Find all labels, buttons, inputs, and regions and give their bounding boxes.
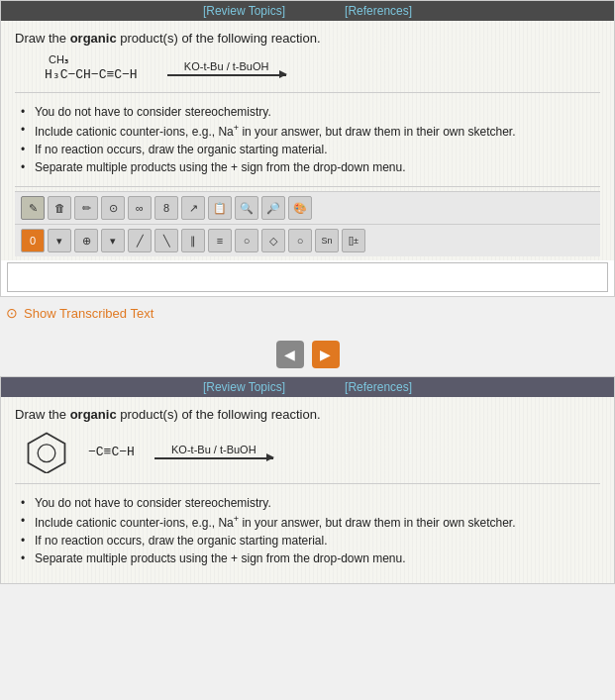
reaction-arrow-bottom xyxy=(154,457,273,459)
toolbar-plus-btn[interactable]: ⊕ xyxy=(74,229,98,252)
toolbar-template-btn[interactable]: 📋 xyxy=(208,196,232,220)
svg-marker-0 xyxy=(29,434,65,473)
toolbar-color-btn[interactable]: 🎨 xyxy=(288,196,312,220)
molecule-top: CH₃ H₃C−CH−C≡C−H xyxy=(45,53,138,82)
reagent-label-bottom: KO-t-Bu / t-BuOH xyxy=(171,444,256,455)
bullet-item-4: Separate multiple products using the + s… xyxy=(21,158,600,176)
bottom-draw-label: Draw the xyxy=(15,407,66,422)
organic-label: organic xyxy=(70,31,117,46)
references-link-top[interactable]: [References] xyxy=(345,4,412,18)
navigation-controls: ◀ ▶ xyxy=(0,329,615,376)
toolbar-dash-btn[interactable]: ∥ xyxy=(181,229,205,252)
divider-toolbar xyxy=(15,186,600,187)
reagent-label-top: KO-t-Bu / t-BuOH xyxy=(184,60,269,72)
panel-content-bottom: Draw the organic product(s) of the follo… xyxy=(1,397,614,583)
toolbar-triple-btn[interactable]: ≡ xyxy=(208,229,232,252)
divider-top xyxy=(15,92,600,93)
toolbar-diamond-btn[interactable]: ◇ xyxy=(261,229,285,252)
question-text: product(s) of the following reaction. xyxy=(120,31,320,46)
toolbar-line-btn[interactable]: ╱ xyxy=(128,229,152,252)
eye-icon: ⊙ xyxy=(6,305,18,321)
molecule-sub-label: CH₃ xyxy=(49,53,138,66)
question-line-bottom: Draw the organic product(s) of the follo… xyxy=(15,407,600,422)
toolbar-zoom-out-btn[interactable]: 🔍 xyxy=(235,196,258,220)
panel-header-top: [Review Topics] [References] xyxy=(1,1,614,21)
toolbar-num-btn[interactable]: 0 xyxy=(21,229,45,252)
panel-header-bottom: [Review Topics] [References] xyxy=(1,377,614,397)
toolbar-arrow-btn[interactable]: ↗ xyxy=(181,196,205,220)
reaction-arrow-top xyxy=(167,74,286,76)
reaction-area-bottom: −C≡C−H KO-t-Bu / t-BuOH xyxy=(25,430,600,473)
bottom-question-text: product(s) of the following reaction. xyxy=(120,407,320,422)
show-transcribed-label: Show Transcribed Text xyxy=(24,306,154,321)
review-topics-link-top[interactable]: [Review Topics] xyxy=(203,4,285,18)
toolbar-row-1: ✎ 🗑 ✏ ⊙ ∞ 8 ↗ 📋 🔍 🔎 🎨 xyxy=(15,191,600,224)
svg-point-1 xyxy=(38,445,55,462)
toolbar-row-2: 0 ▾ ⊕ ▾ ╱ ╲ ∥ ≡ ○ ◇ ○ Sn []± xyxy=(15,224,600,256)
toolbar-ring2-btn[interactable]: ○ xyxy=(288,229,312,252)
bullet-item-1: You do not have to consider stereochemis… xyxy=(21,103,600,121)
arrow-area-top: KO-t-Bu / t-BuOH xyxy=(167,60,286,76)
draw-label: Draw the xyxy=(15,31,66,46)
prev-button[interactable]: ◀ xyxy=(276,341,304,368)
question-line-top: Draw the organic product(s) of the follo… xyxy=(15,31,600,46)
toolbar-plus-dropdown[interactable]: ▾ xyxy=(101,229,125,252)
toolbar-wedge-btn[interactable]: ╲ xyxy=(154,229,178,252)
divider-bottom xyxy=(15,483,600,484)
bottom-bullet-2: Include cationic counter-ions, e.g., Na+… xyxy=(21,512,600,532)
bullet-list-top: You do not have to consider stereochemis… xyxy=(15,97,600,182)
toolbar-eraser-btn[interactable]: 🗑 xyxy=(48,196,71,220)
toolbar-circle-btn[interactable]: ○ xyxy=(235,229,258,252)
bottom-bullet-4: Separate multiple products using the + s… xyxy=(21,550,600,567)
molecule-formula-bottom: −C≡C−H xyxy=(88,445,135,459)
toolbar-chain-btn[interactable]: ∞ xyxy=(128,196,152,220)
review-topics-link-bottom[interactable]: [Review Topics] xyxy=(203,380,285,394)
bottom-question-panel: [Review Topics] [References] Draw the or… xyxy=(0,376,615,584)
arrow-area-bottom: KO-t-Bu / t-BuOH xyxy=(154,444,273,459)
bullet-item-2: Include cationic counter-ions, e.g., Na+… xyxy=(21,121,600,141)
bullet-list-bottom: You do not have to consider stereochemis… xyxy=(15,488,600,573)
benzene-ring-svg xyxy=(25,430,68,473)
toolbar-sn-btn[interactable]: Sn xyxy=(315,229,339,252)
next-button[interactable]: ▶ xyxy=(312,341,340,368)
toolbar-zoom-in-btn[interactable]: 🔎 xyxy=(261,196,285,220)
top-question-panel: [Review Topics] [References] Draw the or… xyxy=(0,0,615,297)
show-transcribed-btn[interactable]: ⊙ Show Transcribed Text xyxy=(0,297,615,329)
panel-content-top: Draw the organic product(s) of the follo… xyxy=(1,21,614,260)
toolbar-bracket-btn[interactable]: []± xyxy=(342,229,365,252)
toolbar-pencil-btn[interactable]: ✏ xyxy=(74,196,98,220)
bullet-item-3: If no reaction occurs, draw the organic … xyxy=(21,141,600,158)
reaction-area-top: CH₃ H₃C−CH−C≡C−H KO-t-Bu / t-BuOH xyxy=(45,53,600,82)
references-link-bottom[interactable]: [References] xyxy=(345,380,412,394)
toolbar-select-btn[interactable]: ✎ xyxy=(21,196,45,220)
toolbar-bond-btn[interactable]: 8 xyxy=(154,196,178,220)
bottom-organic-label: organic xyxy=(70,407,117,422)
bottom-bullet-1: You do not have to consider stereochemis… xyxy=(21,494,600,512)
bottom-bullet-3: If no reaction occurs, draw the organic … xyxy=(21,532,600,550)
toolbar-num-dropdown[interactable]: ▾ xyxy=(48,229,71,252)
molecule-formula-top: H₃C−CH−C≡C−H xyxy=(45,66,138,82)
drawing-canvas-top[interactable] xyxy=(7,262,608,292)
toolbar-ring-btn[interactable]: ⊙ xyxy=(101,196,125,220)
